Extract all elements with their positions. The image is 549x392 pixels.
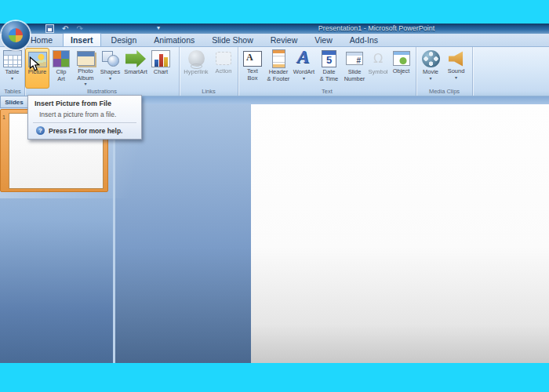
shapes-icon <box>101 50 120 67</box>
redo-icon[interactable]: ↷ <box>76 25 82 33</box>
clip-art-button[interactable]: Clip Art <box>49 48 73 89</box>
table-button[interactable]: Table ▾ <box>1 48 24 89</box>
ribbon-group-illustrations: Picture Clip Art Photo Album ▾ Shapes ▾ <box>25 47 180 96</box>
ribbon-group-text: Text Box Header & Footer WordArt ▾ Date … <box>238 47 416 96</box>
ribbon-group-media-clips: Movie ▾ Sound ▾ Media Clips <box>416 47 473 96</box>
header-footer-icon <box>272 49 285 68</box>
powerpoint-window: ↶ ↷ ▾ Presentation1 - Microsoft PowerPoi… <box>0 0 549 392</box>
table-grid-icon <box>3 50 22 67</box>
mouse-cursor-icon <box>29 56 40 72</box>
group-label-illustrations: Illustrations <box>25 88 179 95</box>
customize-dropdown-icon[interactable]: ▾ <box>157 24 160 31</box>
ribbon-group-tables: Table ▾ Tables <box>1 47 25 96</box>
chart-icon <box>151 50 170 67</box>
object-button[interactable]: Object <box>389 48 413 89</box>
slide-number-icon <box>346 52 363 65</box>
editing-workspace <box>115 104 251 363</box>
ribbon: Table ▾ Tables Picture Clip Art Photo Al… <box>0 47 549 96</box>
text-box-icon <box>243 51 262 67</box>
dropdown-arrow-icon: ▾ <box>455 75 457 80</box>
wordart-icon <box>294 49 314 68</box>
slide-canvas[interactable] <box>251 104 549 363</box>
slide-number-button[interactable]: Slide Number <box>342 48 367 89</box>
date-time-calendar-icon <box>322 50 336 67</box>
group-label-tables: Tables <box>1 88 24 95</box>
tab-animations[interactable]: Animations <box>147 34 202 46</box>
dropdown-arrow-icon: ▾ <box>84 82 86 86</box>
slide-number-label: 1 <box>2 114 5 120</box>
tooltip-title: Insert Picture from File <box>35 100 135 107</box>
tab-view[interactable]: View <box>307 34 340 46</box>
ribbon-tab-row: Home Insert Design Animations Slide Show… <box>0 34 549 47</box>
symbol-button: Symbol <box>367 48 389 89</box>
undo-icon[interactable]: ↶ <box>62 25 68 33</box>
header-footer-button[interactable]: Header & Footer <box>265 48 292 89</box>
sound-button[interactable]: Sound ▾ <box>443 48 469 89</box>
dropdown-arrow-icon: ▾ <box>303 76 305 81</box>
hyperlink-globe-icon <box>188 50 205 67</box>
tooltip-help-text: Press F1 for more help. <box>49 127 122 135</box>
save-icon[interactable] <box>45 24 54 33</box>
tab-design[interactable]: Design <box>104 34 144 46</box>
group-label-text: Text <box>238 88 416 95</box>
tooltip-help-row: ? Press F1 for more help. <box>36 126 135 135</box>
picture-supertooltip: Insert Picture from File Insert a pictur… <box>27 95 142 140</box>
dropdown-arrow-icon: ▾ <box>109 76 111 81</box>
slides-panel-tab[interactable]: Slides <box>0 96 28 108</box>
clip-art-icon <box>53 50 70 67</box>
hyperlink-button: Hyperlink <box>181 48 211 89</box>
group-label-links: Links <box>180 88 238 95</box>
movie-button[interactable]: Movie ▾ <box>418 48 443 89</box>
movie-reel-icon <box>422 50 440 67</box>
shapes-button[interactable]: Shapes ▾ <box>98 48 122 89</box>
top-cyan-bar <box>0 0 549 24</box>
dropdown-arrow-icon: ▾ <box>429 76 431 81</box>
window-title: Presentation1 - Microsoft PowerPoint <box>306 24 447 34</box>
date-time-button[interactable]: Date & Time <box>316 48 342 89</box>
tooltip-description: Insert a picture from a file. <box>39 111 135 118</box>
photo-album-icon <box>77 51 95 66</box>
help-icon: ? <box>36 126 45 135</box>
ribbon-group-links: Hyperlink Action Links <box>180 47 238 96</box>
tab-review[interactable]: Review <box>264 34 304 46</box>
smartart-icon <box>125 50 146 67</box>
tab-insert[interactable]: Insert <box>63 33 101 46</box>
dropdown-arrow-icon: ▾ <box>11 76 13 81</box>
bottom-cyan-bar <box>0 363 549 392</box>
action-button: Action <box>211 48 236 89</box>
omega-symbol-icon <box>369 50 387 67</box>
wordart-button[interactable]: WordArt ▾ <box>292 48 316 89</box>
chart-button[interactable]: Chart <box>149 48 173 89</box>
office-button[interactable] <box>2 21 30 49</box>
tooltip-divider <box>33 122 136 123</box>
group-label-media-clips: Media Clips <box>416 88 472 95</box>
object-icon <box>393 51 410 66</box>
text-box-button[interactable]: Text Box <box>240 48 265 89</box>
sound-speaker-icon <box>449 51 464 67</box>
tab-slide-show[interactable]: Slide Show <box>205 34 260 46</box>
photo-album-button[interactable]: Photo Album ▾ <box>73 48 98 89</box>
smartart-button[interactable]: SmartArt <box>122 48 149 89</box>
tab-add-ins[interactable]: Add-Ins <box>343 34 385 46</box>
action-icon <box>216 52 231 65</box>
